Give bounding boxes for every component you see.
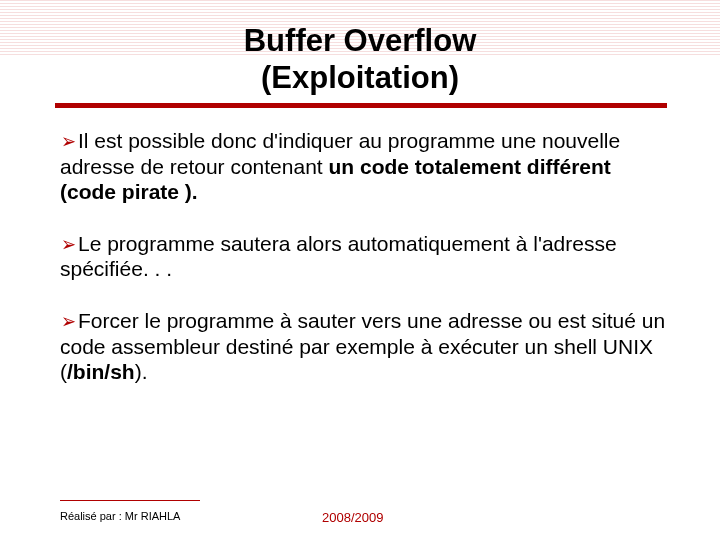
arrow-icon: ➢ xyxy=(61,232,76,256)
title-line-2: (Exploitation) xyxy=(261,60,459,95)
bullet-3-post: ). xyxy=(135,360,148,383)
bullet-3-bold: /bin/sh xyxy=(67,360,135,383)
title-underline xyxy=(55,103,667,108)
arrow-icon: ➢ xyxy=(61,309,76,333)
footer-author: Réalisé par : Mr RIAHLA xyxy=(60,510,180,522)
body-content: ➢Il est possible donc d'indiquer au prog… xyxy=(60,128,668,411)
bullet-3-text: Forcer le programme à sauter vers une ad… xyxy=(60,309,665,383)
slide: Buffer Overflow (Exploitation) ➢Il est p… xyxy=(0,0,720,540)
title-block: Buffer Overflow (Exploitation) xyxy=(0,22,720,96)
bullet-1: ➢Il est possible donc d'indiquer au prog… xyxy=(60,128,668,205)
footer-divider xyxy=(60,500,200,501)
arrow-icon: ➢ xyxy=(61,129,76,153)
bullet-3: ➢Forcer le programme à sauter vers une a… xyxy=(60,308,668,385)
bullet-2: ➢Le programme sautera alors automatiquem… xyxy=(60,231,668,282)
slide-title: Buffer Overflow (Exploitation) xyxy=(0,22,720,96)
footer-year: 2008/2009 xyxy=(322,510,383,525)
title-line-1: Buffer Overflow xyxy=(244,23,477,58)
bullet-2-text: Le programme sautera alors automatiqueme… xyxy=(60,232,617,281)
